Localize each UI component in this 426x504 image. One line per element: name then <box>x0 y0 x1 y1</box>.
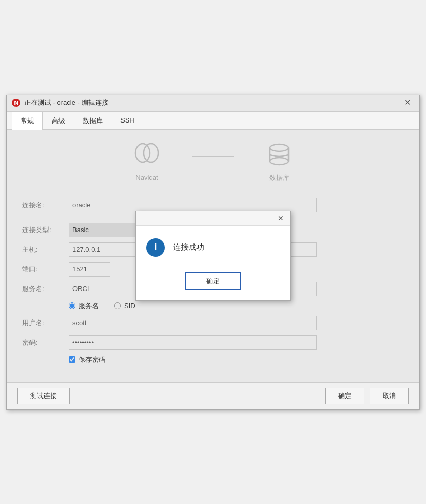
main-window: N 正在测试 - oracle - 编辑连接 ✕ 常规 高级 数据库 SSH N… <box>6 95 420 410</box>
footer-right-buttons: 确定 取消 <box>325 388 409 404</box>
titlebar: N 正在测试 - oracle - 编辑连接 ✕ <box>7 95 419 112</box>
dialog-message: 连接成功 <box>173 242 204 252</box>
tab-bar: 常规 高级 数据库 SSH <box>7 112 419 130</box>
dialog-close-button[interactable]: ✕ <box>275 213 287 223</box>
tab-database[interactable]: 数据库 <box>74 112 112 130</box>
dialog-footer: 确定 <box>136 267 290 300</box>
tab-advanced[interactable]: 高级 <box>43 112 74 130</box>
close-button[interactable]: ✕ <box>401 98 414 108</box>
footer: 测试连接 确定 取消 <box>7 382 419 409</box>
ok-button[interactable]: 确定 <box>325 388 364 404</box>
dialog-ok-button[interactable]: 确定 <box>185 272 241 290</box>
app-icon: N <box>12 99 20 107</box>
dialog-overlay: ✕ i 连接成功 确定 <box>7 130 419 382</box>
content-area: Navicat 数据库 连接名: <box>7 130 419 382</box>
success-dialog: ✕ i 连接成功 确定 <box>135 211 291 301</box>
dialog-body: i 连接成功 <box>136 226 290 267</box>
cancel-button[interactable]: 取消 <box>370 388 409 404</box>
tab-ssh[interactable]: SSH <box>112 112 143 130</box>
test-connection-button[interactable]: 测试连接 <box>17 388 70 404</box>
tab-general[interactable]: 常规 <box>12 112 43 130</box>
dialog-titlebar: ✕ <box>136 211 290 226</box>
window-title: 正在测试 - oracle - 编辑连接 <box>24 98 401 108</box>
info-icon: i <box>146 238 165 257</box>
